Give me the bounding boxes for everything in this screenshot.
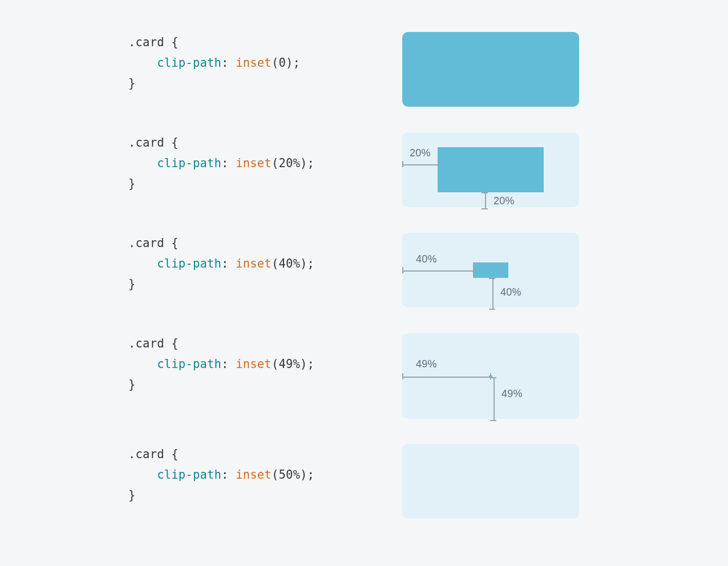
code-block: .card { clip-path: inset(40%); } — [128, 233, 391, 294]
measure-label: 40% — [500, 286, 521, 298]
css-arg: 0 — [278, 56, 286, 70]
css-selector: .card — [128, 236, 164, 250]
css-arg: 20% — [278, 156, 300, 170]
example-row: .card { clip-path: inset(50%); } — [128, 444, 579, 519]
css-property: clip-path — [157, 357, 221, 371]
css-selector: .card — [128, 35, 164, 49]
css-function: inset — [236, 257, 272, 270]
code-block: .card { clip-path: inset(50%); } — [128, 444, 391, 506]
demo-card-50 — [402, 444, 579, 519]
css-selector: .card — [128, 136, 164, 149]
css-function: inset — [236, 156, 272, 170]
demo-card-20: 20% 20% — [402, 132, 579, 207]
demo-card-49: 49% 49% — [402, 333, 579, 419]
css-property: clip-path — [157, 468, 221, 482]
demo-card-full — [402, 32, 579, 107]
css-arg: 49% — [278, 357, 300, 371]
css-property: clip-path — [157, 56, 221, 70]
horizontal-measure-icon — [402, 373, 491, 379]
css-property: clip-path — [157, 156, 221, 170]
code-block: .card { clip-path: inset(49%); } — [128, 333, 391, 395]
css-selector: .card — [128, 447, 164, 461]
css-property: clip-path — [157, 257, 221, 270]
code-block: .card { clip-path: inset(20%); } — [128, 132, 391, 194]
css-arg: 50% — [278, 468, 300, 482]
vertical-measure-icon — [482, 192, 488, 209]
example-row: .card { clip-path: inset(40%); } 40% 40% — [128, 233, 579, 308]
css-function: inset — [236, 56, 272, 70]
vertical-measure-icon — [489, 278, 495, 310]
example-row: .card { clip-path: inset(0); } — [128, 32, 579, 107]
example-row: .card { clip-path: inset(20%); } 20% 20% — [128, 132, 579, 207]
demo-card-40: 40% 40% — [402, 233, 579, 308]
css-selector: .card — [128, 337, 164, 350]
code-block: .card { clip-path: inset(0); } — [128, 32, 391, 94]
vertical-measure-icon — [490, 377, 496, 422]
horizontal-measure-icon — [402, 267, 475, 273]
example-row: .card { clip-path: inset(49%); } 49% 49% — [128, 333, 579, 419]
measure-label: 20% — [494, 195, 515, 207]
css-function: inset — [236, 357, 272, 371]
card-shape — [438, 147, 544, 192]
measure-label: 49% — [416, 358, 437, 370]
css-function: inset — [236, 468, 272, 482]
horizontal-measure-icon — [402, 161, 440, 167]
measure-label: 49% — [501, 388, 523, 400]
css-arg: 40% — [278, 257, 300, 270]
card-shape — [473, 262, 508, 277]
measure-label: 20% — [410, 147, 431, 159]
card-shape — [402, 32, 579, 107]
measure-label: 40% — [416, 253, 437, 265]
